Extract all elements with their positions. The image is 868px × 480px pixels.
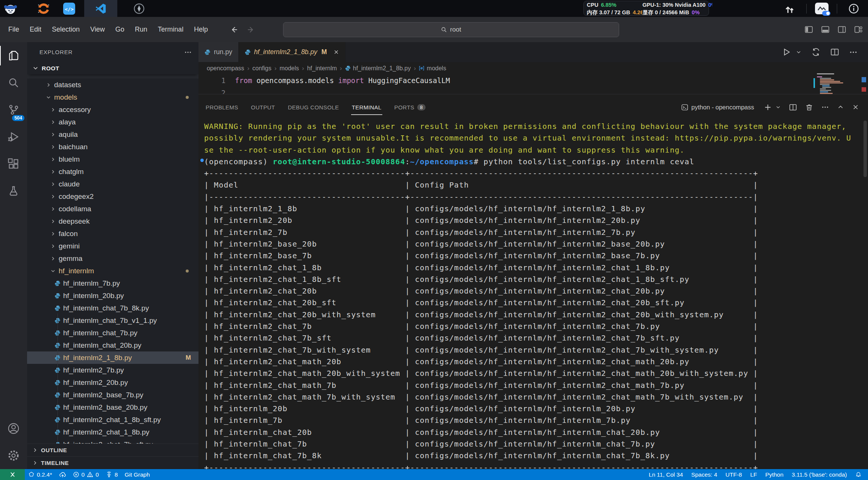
panel-tab-debug-console[interactable]: DEBUG CONSOLE — [287, 102, 340, 113]
git-graph-button[interactable]: Git Graph — [121, 469, 153, 480]
tree-folder-datasets[interactable]: datasets — [27, 79, 198, 91]
menu-edit[interactable]: Edit — [24, 17, 47, 42]
activity-account[interactable] — [0, 415, 27, 442]
open-changes-icon[interactable] — [812, 48, 820, 56]
toggle-panel-icon[interactable] — [821, 25, 830, 34]
activity-extensions[interactable] — [0, 150, 27, 177]
tree-file-hf_internlm2_chat_1_8b.py[interactable]: hf_internlm2_chat_1_8b.py — [27, 426, 198, 438]
kill-terminal-icon[interactable] — [805, 103, 813, 111]
close-panel-icon[interactable] — [852, 104, 859, 111]
menu-run[interactable]: Run — [130, 17, 153, 42]
tree-file-hf_internlm_20b.py[interactable]: hf_internlm_20b.py — [27, 289, 198, 302]
upload-arrows-icon[interactable] — [782, 0, 798, 17]
menu-terminal[interactable]: Terminal — [153, 17, 189, 42]
timeline-section-header[interactable]: TIMELINE — [27, 456, 198, 469]
menu-view[interactable]: View — [85, 17, 110, 42]
new-terminal-icon[interactable] — [764, 103, 772, 111]
tree-folder-gemini[interactable]: gemini — [27, 240, 198, 252]
explorer-more-actions-icon[interactable] — [184, 48, 192, 56]
toggle-sidebar-icon[interactable] — [804, 25, 813, 34]
tree-file-hf_internlm_chat_7b_8k.py[interactable]: hf_internlm_chat_7b_8k.py — [27, 302, 198, 314]
notifications-bell[interactable] — [851, 469, 866, 480]
problems-status[interactable]: 0 0 — [70, 469, 102, 480]
tree-folder-hf_internlm[interactable]: hf_internlm — [27, 265, 198, 277]
terminal-dropdown-chevron-icon[interactable] — [776, 104, 781, 110]
activity-testing[interactable] — [0, 177, 27, 204]
tree-file-hf_internlm2_1_8b.py[interactable]: hf_internlm2_1_8b.pyM — [27, 351, 198, 364]
tree-folder-models[interactable]: models — [27, 91, 198, 103]
minimap[interactable] — [817, 73, 862, 94]
lab-logo-icon[interactable] — [35, 0, 52, 17]
internstudio-mascot-icon[interactable] — [2, 0, 19, 17]
command-decoration-dot[interactable] — [200, 159, 204, 162]
outline-section-header[interactable]: OUTLINE — [27, 444, 198, 456]
tree-file-hf_internlm_chat_7b.py[interactable]: hf_internlm_chat_7b.py — [27, 327, 198, 339]
tree-file-hf_internlm2_20b.py[interactable]: hf_internlm2_20b.py — [27, 376, 198, 389]
run-python-file-icon[interactable] — [782, 48, 791, 56]
breadcrumb-item-hf_internlm2_1_8b.py[interactable]: hf_internlm2_1_8b.py — [345, 65, 411, 72]
encoding-status[interactable]: UTF-8 — [721, 469, 746, 480]
panel-more-actions-icon[interactable] — [821, 103, 829, 111]
cursor-position-status[interactable]: Ln 11, Col 34 — [645, 469, 687, 480]
tree-folder-aquila[interactable]: aquila — [27, 128, 198, 141]
tree-file-hf_internlm2_7b.py[interactable]: hf_internlm2_7b.py — [27, 364, 198, 376]
terminal-scrollbar[interactable] — [863, 121, 867, 177]
editor-more-actions-icon[interactable] — [849, 48, 857, 56]
navigate-back-icon[interactable] — [230, 26, 238, 34]
forwarded-ports-status[interactable]: 8 — [102, 469, 121, 480]
command-center-search[interactable]: root — [283, 22, 619, 37]
breadcrumb-item-configs[interactable]: configs — [252, 65, 271, 72]
close-tab-icon[interactable] — [333, 49, 339, 55]
menu-go[interactable]: Go — [110, 17, 130, 42]
activity-explorer[interactable] — [0, 42, 27, 69]
editor-tab-run.py[interactable]: run.py — [198, 42, 239, 62]
activity-search[interactable] — [0, 69, 27, 96]
git-branch-status[interactable]: 0.2.4* — [25, 469, 56, 480]
activity-run-debug[interactable] — [0, 123, 27, 150]
tree-folder-alaya[interactable]: alaya — [27, 116, 198, 128]
tree-folder-accessory[interactable]: accessory — [27, 103, 198, 116]
python-interpreter-status[interactable]: 3.11.5 ('base': conda) — [788, 469, 851, 480]
tree-folder-bluelm[interactable]: bluelm — [27, 153, 198, 165]
maximize-panel-icon[interactable] — [837, 104, 844, 111]
menu-selection[interactable]: Selection — [47, 17, 85, 42]
breadcrumb-item-models[interactable]: models — [280, 65, 299, 72]
panel-tab-output[interactable]: OUTPUT — [250, 102, 276, 113]
run-dropdown-chevron-icon[interactable] — [796, 49, 801, 55]
tree-folder-gemma[interactable]: gemma — [27, 252, 198, 265]
remote-indicator[interactable] — [0, 469, 25, 480]
compass-icon[interactable] — [131, 0, 147, 17]
panel-tab-ports[interactable]: PORTS8 — [394, 102, 426, 113]
navigate-forward-icon[interactable] — [247, 26, 255, 34]
tree-file-hf_internlm2_base_20b.py[interactable]: hf_internlm2_base_20b.py — [27, 401, 198, 413]
breadcrumb-item-models[interactable]: models — [419, 65, 446, 72]
split-editor-icon[interactable] — [830, 48, 839, 56]
tree-folder-codegeex2[interactable]: codegeex2 — [27, 190, 198, 203]
menu-help[interactable]: Help — [189, 17, 213, 42]
tree-folder-baichuan[interactable]: baichuan — [27, 141, 198, 153]
code-editor[interactable]: 1from opencompass.models import HuggingF… — [198, 74, 868, 94]
vscode-app-tab[interactable] — [84, 0, 117, 17]
panel-tab-problems[interactable]: PROBLEMS — [205, 102, 239, 113]
indentation-status[interactable]: Spaces: 4 — [687, 469, 721, 480]
publish-changes-button[interactable] — [56, 469, 70, 480]
menu-file[interactable]: File — [3, 17, 24, 42]
terminal-instance-label[interactable]: python - opencompass — [681, 104, 754, 111]
activity-settings[interactable] — [0, 442, 27, 469]
tree-folder-falcon[interactable]: falcon — [27, 227, 198, 240]
panel-tab-terminal[interactable]: TERMINAL — [351, 102, 382, 113]
tree-file-hf_internlm2_chat_1_8b_sft.py[interactable]: hf_internlm2_chat_1_8b_sft.py — [27, 413, 198, 426]
customize-layout-icon[interactable] — [854, 25, 863, 34]
tree-folder-claude[interactable]: claude — [27, 178, 198, 190]
tree-file-hf_internlm_chat_7b_v1_1.py[interactable]: hf_internlm_chat_7b_v1_1.py — [27, 314, 198, 327]
info-icon[interactable] — [845, 0, 862, 17]
tree-file-hf_internlm2_base_7b.py[interactable]: hf_internlm2_base_7b.py — [27, 389, 198, 401]
code-app-icon[interactable]: </> — [61, 0, 77, 17]
toggle-secondary-sidebar-icon[interactable] — [838, 25, 846, 34]
eol-status[interactable]: LF — [746, 469, 761, 480]
language-mode-status[interactable]: Python — [761, 469, 788, 480]
terminal-output[interactable]: WARNING: Running pip as the 'root' user … — [198, 120, 868, 469]
theme-toggle-icon[interactable] — [815, 3, 829, 14]
root-section-header[interactable]: ROOT — [27, 62, 198, 74]
breadcrumb-item-hf_internlm[interactable]: hf_internlm — [307, 65, 337, 72]
